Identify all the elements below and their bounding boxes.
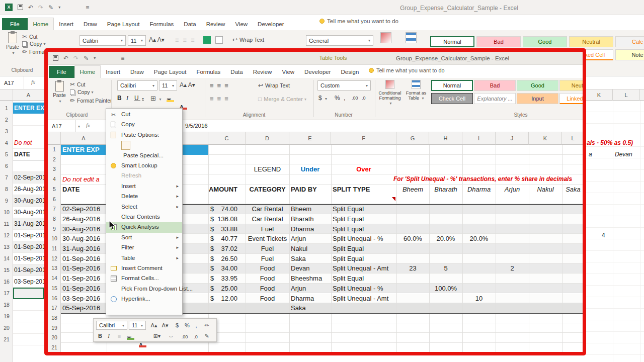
brush-icon[interactable]: ✎: [202, 332, 211, 340]
outer-column-header-a[interactable]: A: [13, 89, 44, 101]
row13-category[interactable]: Food: [246, 263, 289, 274]
column-header-l[interactable]: L: [562, 132, 583, 145]
row12-amount[interactable]: 26.50: [208, 254, 237, 264]
menu-item-paste-options[interactable]: Paste Options:: [106, 130, 182, 140]
merge-center-button[interactable]: ⇔: [166, 332, 176, 340]
row11-paid-by[interactable]: Nakul: [291, 244, 331, 254]
row14-category[interactable]: Food: [246, 274, 289, 284]
center-align-button[interactable]: ≡: [115, 332, 124, 340]
row10-amount[interactable]: 40.77: [208, 234, 237, 244]
row13-amount[interactable]: 34.00: [208, 263, 237, 274]
column-header-g[interactable]: G: [396, 132, 429, 145]
menu-item-format-cells[interactable]: Format Cells...: [106, 274, 182, 284]
format-painter-button[interactable]: ✏Format Painter: [22, 48, 44, 55]
row-number-7[interactable]: 7: [48, 204, 61, 214]
undo-icon[interactable]: ↶: [63, 55, 68, 62]
row-number-9[interactable]: 9: [48, 224, 61, 234]
outer-style-note[interactable]: Note: [615, 49, 644, 60]
header-person-bharath[interactable]: Bharath: [429, 185, 462, 195]
inner-style-good[interactable]: Good: [517, 80, 558, 91]
row15-share-h[interactable]: 100.0%: [429, 284, 462, 294]
grow-shrink-font-buttons[interactable]: A▴ A▾: [180, 81, 195, 88]
inner-tab-draw[interactable]: Draw: [125, 66, 149, 78]
header-amount[interactable]: AMOUNT: [208, 185, 237, 195]
menu-item-select[interactable]: Select▸: [106, 202, 182, 212]
redo-icon[interactable]: ↷: [73, 55, 78, 62]
outer-row-number-18[interactable]: 18: [0, 299, 13, 311]
row10-split[interactable]: Split Unequal - %: [333, 234, 396, 244]
outer-cell-a19[interactable]: [13, 311, 44, 322]
outer-cell-a12[interactable]: 01-Sep-2016: [13, 230, 44, 241]
increase-decimal-button[interactable]: .00: [179, 333, 190, 341]
save-icon[interactable]: [18, 5, 23, 10]
row16-paid-by[interactable]: Dharma: [291, 294, 331, 304]
inner-tab-home[interactable]: Home: [74, 65, 101, 78]
outer-tab-insert[interactable]: Insert: [54, 18, 78, 30]
row-number-18[interactable]: 18: [48, 313, 61, 323]
fill-color-button[interactable]: ▣: [167, 95, 174, 102]
row-number-1[interactable]: 1: [48, 145, 61, 155]
bold-button[interactable]: B: [97, 332, 104, 340]
menu-item-hyperlink[interactable]: Hyperlink...: [106, 294, 182, 304]
row11-category[interactable]: Fuel: [246, 244, 289, 254]
paste-preview-button[interactable]: [121, 141, 130, 150]
font-color-button[interactable]: A: [139, 340, 146, 347]
row12-paid-by[interactable]: Saka: [291, 254, 331, 264]
row-number-19[interactable]: 19: [48, 323, 61, 333]
row16-amount[interactable]: 12.00: [208, 294, 237, 304]
italic-button[interactable]: I: [126, 95, 128, 102]
undo-icon[interactable]: ↶: [28, 4, 33, 11]
inner-name-box[interactable]: A17: [48, 120, 76, 132]
menu-item-sort[interactable]: Sort▸: [106, 233, 182, 243]
row15-category[interactable]: Food: [246, 284, 289, 294]
column-header-j[interactable]: J: [496, 132, 529, 145]
row8-amount[interactable]: 136.08: [208, 214, 237, 224]
font-size-combo[interactable]: 11▾: [128, 35, 146, 46]
row8-split[interactable]: Split Equal: [333, 214, 396, 224]
redo-icon[interactable]: ↷: [38, 4, 43, 11]
menu-item-cut[interactable]: ✂Cut: [106, 110, 182, 120]
row-number-16[interactable]: 16: [48, 294, 61, 304]
borders-button[interactable]: ⊞▾: [151, 332, 163, 340]
header-person-dharma[interactable]: Dharma: [462, 185, 496, 195]
menu-item-pick-from-drop-down-list[interactable]: Pick From Drop-down List...: [106, 284, 182, 294]
column-header-h[interactable]: H: [429, 132, 462, 145]
row8-paid-by[interactable]: Bharath: [291, 214, 331, 224]
outer-cell-a18[interactable]: [13, 299, 44, 311]
decrease-decimal-button[interactable]: .0: [191, 333, 200, 341]
inner-tab-formulas[interactable]: Formulas: [191, 66, 225, 78]
inner-tab-developer[interactable]: Developer: [299, 66, 336, 78]
inner-style-bad[interactable]: Bad: [474, 80, 516, 91]
wrap-text-button[interactable]: ↩Wrap Text: [258, 82, 290, 89]
menu-item-quick-analysis[interactable]: Quick Analysis: [106, 222, 182, 232]
comma-style-button[interactable]: ,: [193, 321, 199, 330]
horizontal-align-icons[interactable]: ≡≡≡: [210, 95, 232, 103]
outer-row-number-14[interactable]: 14: [0, 253, 13, 264]
outer-column-header-m[interactable]: M: [640, 89, 644, 101]
row14-paid-by[interactable]: Bheeshma: [291, 274, 331, 284]
row-number-11[interactable]: 11: [48, 244, 61, 254]
row-number-4[interactable]: 4: [48, 174, 61, 185]
outer-row-number-16[interactable]: 16: [0, 276, 13, 288]
column-header-i[interactable]: I: [462, 132, 496, 145]
bold-button[interactable]: B: [117, 95, 122, 102]
outer-cell-a21[interactable]: [13, 334, 44, 345]
header-person-saka[interactable]: Saka: [562, 185, 583, 195]
font-name-combo[interactable]: Calibri▾: [117, 80, 157, 90]
row-number-3[interactable]: 3: [48, 164, 61, 174]
paste-button[interactable]: Paste ▾: [4, 31, 21, 55]
outer-row-number-4[interactable]: 4: [0, 137, 13, 149]
inner-tell-me[interactable]: Tell me what you want to do: [369, 67, 445, 73]
grow-font-button[interactable]: A▴ A▾: [149, 36, 165, 43]
copy-button[interactable]: Copy ▾: [22, 41, 46, 47]
customize-qat-icon[interactable]: ▾: [58, 5, 60, 10]
inner-style-input[interactable]: Input: [517, 93, 558, 104]
outer-column-header-k[interactable]: K: [586, 89, 613, 101]
inner-tab-view[interactable]: View: [277, 66, 299, 78]
row13-share-j[interactable]: 2: [496, 263, 529, 274]
corner-box[interactable]: [48, 132, 61, 145]
outer-style-bad[interactable]: Bad: [476, 36, 521, 47]
row-number-6[interactable]: 6: [48, 195, 61, 205]
column-header-d[interactable]: D: [246, 132, 289, 145]
row-number-8[interactable]: 8: [48, 214, 61, 224]
